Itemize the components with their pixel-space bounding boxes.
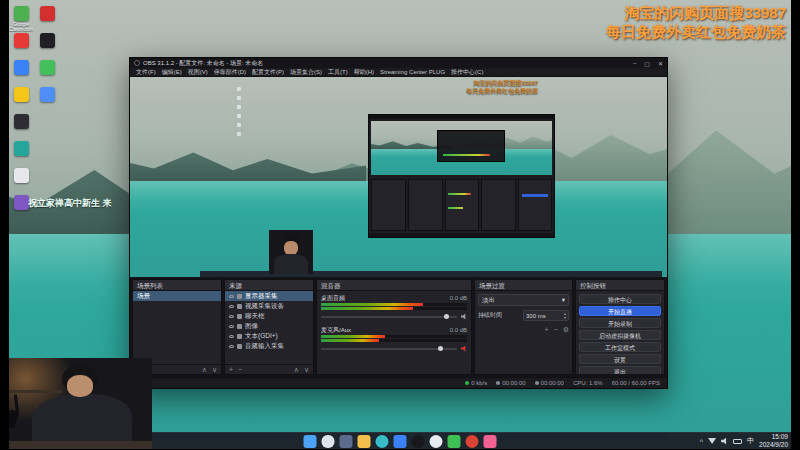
- mixer-channel-db: 0.0 dB: [450, 326, 467, 334]
- close-button[interactable]: ✕: [658, 60, 663, 67]
- menu-item-6[interactable]: 工具(T): [328, 68, 348, 77]
- exit-button[interactable]: 退出: [579, 366, 661, 374]
- source-item[interactable]: 音频输入采集: [225, 341, 313, 351]
- move-up-icon[interactable]: ∧: [202, 366, 207, 374]
- settings-button[interactable]: 设置: [579, 354, 661, 364]
- wechat-icon[interactable]: [448, 435, 461, 448]
- battery-icon[interactable]: [733, 439, 742, 444]
- duration-input[interactable]: 300 ms ▴▾: [523, 310, 569, 321]
- move-up-icon[interactable]: ∧: [294, 366, 299, 374]
- menu-item-0[interactable]: 文件(F): [136, 68, 156, 77]
- status-text: CPU: 1.6%: [573, 380, 603, 386]
- source-item[interactable]: 聊天框: [225, 311, 313, 321]
- menu-item-8[interactable]: Streaming Center PLUG: [380, 69, 445, 75]
- spin-down-icon[interactable]: ▾: [564, 316, 566, 320]
- preview-obs-statusbar: [369, 233, 554, 237]
- menu-item-4[interactable]: 配置文件(P): [252, 68, 284, 77]
- taskbar-clock[interactable]: 15:09 2024/9/20: [759, 433, 788, 449]
- visibility-icon[interactable]: [229, 325, 234, 328]
- desktop-icon-app-green[interactable]: [36, 60, 58, 87]
- studio-mode-button[interactable]: 工作室模式: [579, 342, 661, 352]
- desktop-icon-app-blue-1[interactable]: [10, 60, 32, 87]
- move-down-icon[interactable]: ∨: [212, 366, 217, 374]
- add-transition-icon[interactable]: +: [545, 326, 549, 334]
- obs-icon[interactable]: [412, 435, 425, 448]
- menu-item-3[interactable]: 停靠部件(D): [214, 68, 246, 77]
- app-dark-1-icon: [14, 114, 29, 129]
- app-green-icon: [40, 60, 55, 75]
- volume-slider-handle[interactable]: [444, 314, 449, 319]
- desktop-icon-app-dark-2[interactable]: [36, 33, 58, 60]
- action-center-button[interactable]: 操作中心: [579, 294, 661, 304]
- caption-line-2: 每日免费外卖红包免费奶茶: [606, 22, 786, 41]
- add-icon[interactable]: +: [229, 366, 233, 373]
- app-blue-2-icon: [40, 87, 55, 102]
- desktop-icon-app-yellow[interactable]: [10, 87, 32, 114]
- preview-webcam: [269, 230, 313, 274]
- volume-slider-row: [321, 345, 467, 352]
- browser-source-icon: [237, 314, 242, 319]
- obs-titlebar[interactable]: OBS 31.1.2 - 配置文件: 未命名 - 场景: 未命名 – ▢ ✕: [130, 58, 667, 68]
- scene-item[interactable]: 场景: [133, 291, 221, 301]
- ime-indicator[interactable]: 中: [747, 436, 754, 446]
- start-recording-button[interactable]: 开始录制: [579, 318, 661, 328]
- source-label: 音频输入采集: [245, 341, 284, 351]
- mixer-channel-name: 桌面音频: [321, 294, 345, 302]
- app-teal-icon: [14, 141, 29, 156]
- source-item[interactable]: 视频采集设备: [225, 301, 313, 311]
- maximize-button[interactable]: ▢: [644, 60, 650, 67]
- obs-menubar: 文件(F)编辑(E)视图(V)停靠部件(D)配置文件(P)场景集合(S)工具(T…: [130, 68, 667, 77]
- edge-icon[interactable]: [376, 435, 389, 448]
- desktop-icon-google-classroom[interactable]: Google Classroom: [10, 6, 32, 33]
- remove-icon[interactable]: −: [238, 366, 242, 373]
- netease-music-icon[interactable]: [466, 435, 479, 448]
- transition-settings-icon[interactable]: ⚙: [563, 326, 569, 334]
- virtual-camera-button[interactable]: 启动虚拟摄像机: [579, 330, 661, 340]
- file-explorer-icon[interactable]: [358, 435, 371, 448]
- obs-preview-canvas[interactable]: 淘宝的闪购页面搜33987 每日免费外卖红包免费奶茶: [130, 77, 667, 277]
- volume-slider[interactable]: [321, 316, 457, 318]
- task-view-icon[interactable]: [340, 435, 353, 448]
- desktop-icon-app-teal[interactable]: [10, 141, 32, 168]
- desktop-icon-app-white[interactable]: [10, 168, 32, 195]
- minimize-button[interactable]: –: [633, 60, 636, 67]
- desktop-icon-app-red-1[interactable]: [10, 33, 32, 60]
- start-icon[interactable]: [304, 435, 317, 448]
- source-item[interactable]: 文本(GDI+): [225, 331, 313, 341]
- qq-icon[interactable]: [430, 435, 443, 448]
- visibility-icon[interactable]: [229, 335, 234, 338]
- status-dot: [465, 381, 469, 385]
- menu-item-2[interactable]: 视图(V): [188, 68, 208, 77]
- remove-transition-icon[interactable]: −: [554, 326, 558, 334]
- browser-icon[interactable]: [484, 435, 497, 448]
- speaker-icon[interactable]: [461, 314, 467, 320]
- status-text: 0 kb/s: [471, 380, 487, 386]
- source-item[interactable]: 图像: [225, 321, 313, 331]
- mute-icon[interactable]: [461, 346, 467, 352]
- source-item[interactable]: 显示器采集: [225, 291, 313, 301]
- desktop-icon-app-blue-2[interactable]: [36, 87, 58, 114]
- menu-item-9[interactable]: 操作中心(C): [451, 68, 483, 77]
- desktop-icon-app-red-2[interactable]: [36, 6, 58, 33]
- source-label: 图像: [245, 321, 258, 331]
- menu-item-5[interactable]: 场景集合(S): [290, 68, 322, 77]
- preview-desktop-icons: [237, 87, 241, 141]
- visibility-icon[interactable]: [229, 315, 234, 318]
- visibility-icon[interactable]: [229, 305, 234, 308]
- visibility-icon[interactable]: [229, 345, 234, 348]
- visibility-icon[interactable]: [229, 295, 234, 298]
- store-icon[interactable]: [394, 435, 407, 448]
- desktop-icon-app-dark-1[interactable]: [10, 114, 32, 141]
- volume-slider[interactable]: [321, 348, 457, 350]
- search-icon[interactable]: [322, 435, 335, 448]
- menu-item-1[interactable]: 编辑(E): [162, 68, 182, 77]
- menu-item-7[interactable]: 帮助(H): [354, 68, 374, 77]
- network-icon[interactable]: [708, 438, 716, 444]
- move-down-icon[interactable]: ∨: [304, 366, 309, 374]
- tray-expand-icon[interactable]: ^: [700, 438, 703, 445]
- start-streaming-button[interactable]: 开始直播: [579, 306, 661, 316]
- transition-select[interactable]: 淡出 ▾: [478, 294, 569, 306]
- sources-toolbar: +−∧∨: [225, 364, 313, 374]
- volume-icon[interactable]: [721, 438, 728, 445]
- volume-slider-handle[interactable]: [438, 346, 443, 351]
